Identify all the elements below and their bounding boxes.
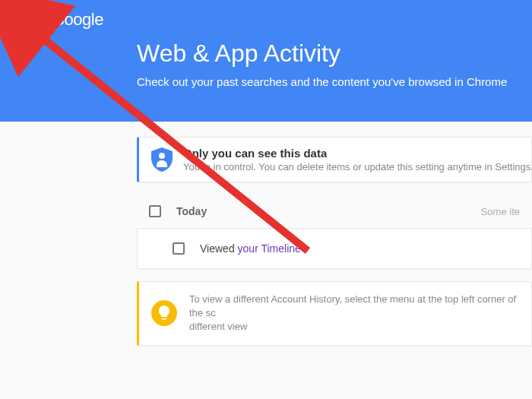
header-banner: Google Web & App Activity Check out your… <box>0 0 532 122</box>
topbar: Google <box>0 0 532 40</box>
today-header: Today Some ite <box>137 195 532 228</box>
activity-item[interactable]: Viewed your Timeline <box>137 228 532 269</box>
privacy-title: Only you can see this data <box>183 147 532 160</box>
page-subtitle: Check out your past searches and the con… <box>137 75 532 88</box>
tip-text: To view a different Account History, sel… <box>189 293 519 334</box>
lightbulb-icon <box>151 300 177 326</box>
item-checkbox[interactable] <box>173 242 185 255</box>
svg-point-0 <box>159 153 165 159</box>
item-prefix: Viewed <box>200 242 238 255</box>
select-all-checkbox[interactable] <box>149 205 161 217</box>
hamburger-icon <box>16 14 30 25</box>
hero: Web & App Activity Check out your past s… <box>0 40 532 88</box>
item-link[interactable]: your Timeline <box>238 242 301 255</box>
shield-icon <box>151 147 173 172</box>
today-label: Today <box>176 205 207 217</box>
item-text: Viewed your Timeline <box>200 242 301 255</box>
tip-card: To view a different Account History, sel… <box>137 281 532 346</box>
privacy-card: Only you can see this data You're in con… <box>137 137 532 182</box>
privacy-text: Only you can see this data You're in con… <box>183 147 532 173</box>
page-title: Web & App Activity <box>137 40 532 68</box>
google-logo: Google <box>52 10 103 30</box>
content: Only you can see this data You're in con… <box>0 122 532 346</box>
some-items-text: Some ite <box>481 206 520 217</box>
menu-button[interactable] <box>8 5 38 35</box>
privacy-subtitle: You're in control. You can delete items … <box>183 161 532 173</box>
